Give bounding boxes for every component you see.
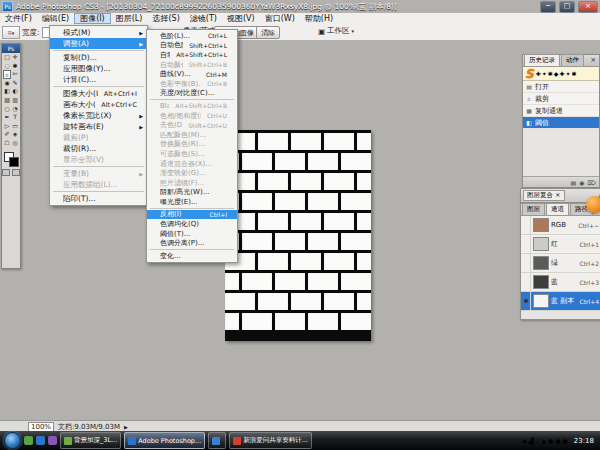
tray-icon[interactable]: ● bbox=[563, 438, 568, 444]
healing-brush-tool[interactable]: ◉ bbox=[3, 79, 11, 88]
menu-window[interactable]: 窗口(W) bbox=[260, 13, 300, 24]
tray-icon[interactable]: ▟ bbox=[529, 438, 534, 444]
menu-select[interactable]: 选择(S) bbox=[147, 13, 184, 24]
image-menu-item[interactable]: 旋转画布(E) ▶ bbox=[50, 121, 147, 132]
adjustments-submenu-item[interactable]: 可选颜色(S)... ▶ bbox=[147, 149, 237, 159]
image-menu-item[interactable]: 陷印(T)... ▶ bbox=[50, 193, 147, 204]
snapshot-row[interactable]: S ✚ ✦ ✱ ◆ ✚ ✦ ✱ bbox=[523, 67, 599, 81]
taskbar-window-button[interactable]: 新浪爱问共享资料计... bbox=[229, 432, 312, 449]
crop-tool[interactable]: ⌗ bbox=[3, 70, 11, 79]
blur-tool[interactable]: ○ bbox=[3, 105, 11, 114]
adjustments-submenu-item[interactable]: 曝光度(E)... ▶ bbox=[147, 197, 237, 207]
rectangular-marquee-tool[interactable]: ▢ bbox=[3, 53, 11, 62]
history-state-row[interactable]: ◧ 阈值 bbox=[523, 117, 599, 129]
adjustments-submenu-item[interactable]: 色调均化(Q) ▶ bbox=[147, 219, 237, 229]
tray-icon[interactable]: ● bbox=[555, 438, 560, 444]
channel-row[interactable]: 蓝 Ctrl+3 bbox=[521, 273, 600, 292]
new-document-from-state-icon[interactable]: ▤ bbox=[571, 179, 577, 186]
image-menu-item[interactable]: 图像大小(I)... Alt+Ctrl+I ▶ bbox=[50, 88, 147, 99]
channel-row[interactable]: 绿 Ctrl+2 bbox=[521, 254, 600, 273]
close-button[interactable]: × bbox=[578, 1, 598, 13]
channel-row[interactable]: RGB Ctrl+~ bbox=[521, 216, 600, 235]
image-menu-item[interactable]: 应用数据组(L)... ▶ bbox=[50, 179, 147, 190]
lasso-tool[interactable]: ◌ bbox=[3, 62, 11, 71]
eyedropper-tool[interactable]: ◈ bbox=[11, 130, 19, 139]
delete-state-icon[interactable]: ⌦ bbox=[588, 179, 596, 186]
menu-edit[interactable]: 编辑(E) bbox=[37, 13, 74, 24]
workspace-button[interactable]: 工作区 bbox=[327, 26, 350, 36]
history-state-row[interactable]: ▤ 打开 bbox=[523, 81, 599, 93]
adjustments-submenu-item[interactable]: 反相(I) Ctrl+I ▶ bbox=[147, 210, 237, 220]
menu-image[interactable]: 图像(I) bbox=[74, 13, 111, 24]
history-state-row[interactable]: ▦ 复制通道 bbox=[523, 105, 599, 117]
adjustments-submenu-item[interactable]: 阴影/高光(W)... ▶ bbox=[147, 188, 237, 198]
adjustments-submenu-item[interactable]: 自动色阶(A) Shift+Ctrl+L ▶ bbox=[147, 41, 237, 51]
image-menu-item[interactable]: 应用图像(Y)... ▶ bbox=[50, 63, 147, 74]
image-menu-item[interactable]: 裁剪(P) ▶ bbox=[50, 132, 147, 143]
adjustments-submenu-item[interactable]: 曲线(V)... Ctrl+M ▶ bbox=[147, 69, 237, 79]
panel-tab[interactable]: 通道 bbox=[546, 203, 569, 215]
image-menu-item[interactable]: 计算(C)... ▶ bbox=[50, 74, 147, 85]
adjustments-submenu-item[interactable]: Black & White... Alt+Shift+Ctrl+B ▶ bbox=[147, 101, 237, 111]
minimize-button[interactable]: ─ bbox=[540, 1, 556, 13]
path-selection-tool[interactable]: ▷ bbox=[3, 122, 11, 131]
start-button[interactable] bbox=[4, 432, 21, 449]
tray-icon[interactable]: ◆ bbox=[522, 438, 527, 444]
taskbar-window-button[interactable]: Adobe Photoshop... bbox=[124, 432, 205, 449]
image-menu-item[interactable]: 画布大小(S)... Alt+Ctrl+C ▶ bbox=[50, 99, 147, 110]
adjustments-submenu-item[interactable]: 色相/饱和度(H)... Ctrl+U ▶ bbox=[147, 111, 237, 121]
clone-stamp-tool[interactable]: ◧ bbox=[3, 87, 11, 96]
visibility-toggle[interactable] bbox=[521, 292, 531, 310]
clear-button[interactable]: 清除 bbox=[256, 26, 280, 39]
quick-launch-icon[interactable] bbox=[48, 436, 57, 445]
menu-filter[interactable]: 滤镜(T) bbox=[185, 13, 222, 24]
shape-tool[interactable]: ▭ bbox=[11, 122, 19, 131]
visibility-toggle[interactable] bbox=[521, 235, 531, 253]
adjustments-submenu-item[interactable]: 匹配颜色(M)... ▶ bbox=[147, 130, 237, 140]
image-menu-item[interactable]: 变量(B) ▶ bbox=[50, 168, 147, 179]
adjustments-submenu-item[interactable]: 渐变映射(G)... ▶ bbox=[147, 168, 237, 178]
new-snapshot-icon[interactable]: ◉ bbox=[579, 179, 584, 186]
menu-help[interactable]: 帮助(H) bbox=[300, 13, 338, 24]
image-menu-item[interactable]: 像素长宽比(X) ▶ bbox=[50, 110, 147, 121]
panel-tab[interactable]: 动作 bbox=[561, 54, 584, 66]
menu-file[interactable]: 文件(F) bbox=[0, 13, 37, 24]
tool-preset-picker[interactable]: ⌗ ▾ bbox=[2, 26, 20, 39]
panel-tab[interactable]: 历史记录 bbox=[524, 54, 560, 66]
menu-view[interactable]: 视图(V) bbox=[222, 13, 260, 24]
gradient-tool[interactable]: ▥ bbox=[11, 96, 19, 105]
adjustments-submenu-item[interactable]: 去色(D) Shift+Ctrl+U ▶ bbox=[147, 120, 237, 130]
adjustments-submenu-item[interactable]: 色彩平衡(B)... Ctrl+B ▶ bbox=[147, 79, 237, 89]
tray-icon[interactable]: ● bbox=[548, 438, 553, 444]
screen-mode-button[interactable] bbox=[12, 169, 20, 176]
image-menu-item[interactable]: 裁切(R)... ▶ bbox=[50, 143, 147, 154]
image-menu-item[interactable]: 复制(D)... ▶ bbox=[50, 52, 147, 63]
menu-layer[interactable]: 图层(L) bbox=[111, 13, 148, 24]
panel-tab[interactable]: 图层 bbox=[522, 203, 545, 215]
brush-tool[interactable]: ✎ bbox=[11, 79, 19, 88]
adjustments-submenu-item[interactable]: 照片滤镜(F)... ▶ bbox=[147, 178, 237, 188]
layer-comps-tab[interactable]: 图层复合 × bbox=[523, 190, 565, 201]
type-tool[interactable]: T bbox=[11, 113, 19, 122]
document-canvas-brick-image[interactable] bbox=[225, 130, 371, 341]
chevron-down-icon[interactable]: ▾ bbox=[352, 28, 355, 34]
history-brush-tool[interactable]: ◐ bbox=[11, 87, 19, 96]
visibility-toggle[interactable] bbox=[521, 273, 531, 291]
maximize-button[interactable]: □ bbox=[559, 1, 575, 13]
visibility-toggle[interactable] bbox=[521, 254, 531, 272]
adjustments-submenu-item[interactable]: 色阶(L)... Ctrl+L ▶ bbox=[147, 31, 237, 41]
photoshop-logo[interactable]: Ps bbox=[2, 44, 20, 53]
slice-tool[interactable]: ✄ bbox=[11, 70, 19, 79]
history-state-row[interactable]: ⌗ 裁剪 bbox=[523, 93, 599, 105]
taskbar-window-button[interactable] bbox=[208, 432, 226, 449]
pen-tool[interactable]: ✒ bbox=[3, 113, 11, 122]
panel-close-icon[interactable]: × bbox=[555, 191, 560, 199]
taskbar-clock[interactable]: 23:18 bbox=[574, 437, 594, 445]
eraser-tool[interactable]: ▨ bbox=[3, 96, 11, 105]
adjustments-submenu-item[interactable]: 亮度/对比度(C)... ▶ bbox=[147, 89, 237, 99]
adjustments-submenu-item[interactable]: 自动对比度(U) Alt+Shift+Ctrl+L ▶ bbox=[147, 50, 237, 60]
quick-launch-icon[interactable] bbox=[24, 436, 33, 445]
adjustments-submenu-item[interactable]: 通道混合器(X)... ▶ bbox=[147, 159, 237, 169]
quick-launch-icon[interactable] bbox=[36, 436, 45, 445]
adjustments-submenu-item[interactable]: 自动颜色(O) Shift+Ctrl+B ▶ bbox=[147, 60, 237, 70]
